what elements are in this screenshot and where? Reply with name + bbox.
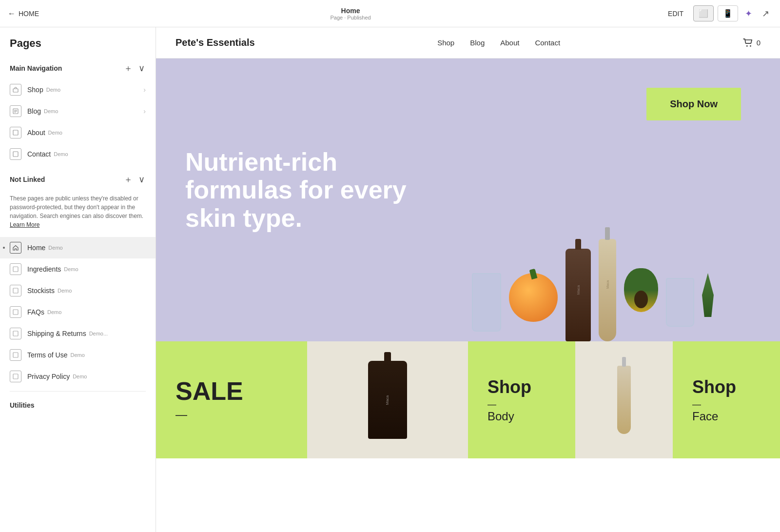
nav-item-faqs[interactable]: FAQs Demo [0,301,156,323]
ingredients-item-text: Ingredients Demo [27,265,146,273]
privacy-item-text: Privacy Policy Demo [27,373,146,380]
ingredients-page-icon [10,263,21,275]
shop-face-title: Shop [692,377,760,397]
utilities-label: Utilities [0,395,156,415]
learn-more-link[interactable]: Learn More [10,221,39,228]
shop-item-arrow: › [143,86,146,94]
hero-product-scene: Maca Maca [406,59,780,341]
blog-item-arrow: › [143,107,146,115]
shop-body-dash: — [488,399,556,410]
top-bar-right: EDIT ⬜ 📱 ✦ ↗ [662,5,772,22]
page-status: Page · Published [330,15,370,20]
mobile-view-button[interactable]: 📱 [718,5,738,21]
top-bar: ← HOME Home Page · Published EDIT ⬜ 📱 ✦ … [0,0,780,27]
avocado-pit [634,291,648,308]
svg-rect-7 [13,267,18,272]
ingredients-item-badge: Demo [64,266,78,272]
terms-item-text: Terms of Use Demo [27,351,146,359]
herb-sprig [702,273,714,317]
svg-rect-9 [13,310,18,315]
nav-item-shop[interactable]: Shop Demo › [0,79,156,100]
svg-point-14 [750,45,751,46]
add-not-linked-button[interactable]: ＋ [123,173,134,186]
nav-item-shipping[interactable]: Shipping & Returns Demo... [0,323,156,344]
nav-item-terms[interactable]: Terms of Use Demo [0,344,156,366]
site-nav-about[interactable]: About [500,39,519,47]
back-button[interactable]: ← HOME [8,9,39,18]
svg-point-13 [746,45,748,46]
product-image-section: Maca [307,341,468,458]
nav-item-privacy[interactable]: Privacy Policy Demo [0,366,156,387]
shop-face-dash: — [692,399,760,410]
shop-page-icon [10,84,21,96]
ingredients-item-name: Ingredients [27,265,61,273]
sidebar-pages-title: Pages [10,37,146,50]
blog-item-text: Blog Demo [27,107,137,115]
external-link-button[interactable]: ↗ [759,5,772,22]
home-item-badge: Demo [48,245,62,251]
dropper-tip [605,227,610,240]
dropper-product [617,366,631,434]
palette-button[interactable]: ✦ [742,5,755,22]
nav-item-about[interactable]: About Demo [0,122,156,143]
main-nav-header: Main Navigation ＋ ∨ [0,54,156,79]
contact-item-name: Contact [27,150,51,158]
bottom-sections: SALE — Maca Shop — Body [156,341,780,458]
edit-button[interactable]: EDIT [662,7,689,20]
desktop-view-button[interactable]: ⬜ [693,5,714,21]
bottle-tall: Maca [566,249,591,341]
site-nav-shop[interactable]: Shop [437,39,454,47]
sidebar: Pages Main Navigation ＋ ∨ Shop Demo › [0,27,156,532]
svg-rect-11 [13,353,18,357]
nav-item-blog[interactable]: Blog Demo › [0,100,156,122]
site-nav: Pete's Essentials Shop Blog About Contac… [156,27,780,59]
shop-item-name: Shop [27,86,43,94]
shop-body-title: Shop [488,377,556,397]
faqs-item-badge: Demo [47,309,61,315]
stockists-item-name: Stockists [27,287,55,295]
faqs-item-text: FAQs Demo [27,308,146,316]
shop-face-subtitle: Face [692,410,760,423]
collapse-main-nav-button[interactable]: ∨ [137,62,146,75]
site-nav-contact[interactable]: Contact [535,39,560,47]
top-bar-center: Home Page · Published [330,7,370,20]
svg-rect-6 [13,152,18,157]
nav-item-contact[interactable]: Contact Demo [0,143,156,165]
nav-item-stockists[interactable]: Stockists Demo [0,280,156,301]
terms-page-icon [10,349,21,361]
faqs-item-name: FAQs [27,308,44,316]
shop-body-subtitle: Body [488,410,556,423]
not-linked-info: These pages are public unless they're di… [0,190,156,237]
back-arrow-icon: ← [8,9,16,18]
add-main-nav-button[interactable]: ＋ [123,61,134,75]
site-nav-blog[interactable]: Blog [470,39,485,47]
blog-page-icon [10,105,21,117]
main-nav-actions: ＋ ∨ [123,61,146,75]
svg-rect-10 [13,331,18,336]
faqs-page-icon [10,306,21,318]
about-page-icon [10,127,21,138]
about-item-badge: Demo [48,130,62,136]
blog-item-badge: Demo [44,108,58,114]
not-linked-title: Not Linked [10,176,45,183]
nav-item-home[interactable]: Home Demo [0,237,156,258]
site-cart[interactable]: 0 [743,39,760,47]
sale-section: SALE — [156,341,307,458]
contact-item-text: Contact Demo [27,150,146,158]
bottle-label: Maca [576,277,581,303]
not-linked-description: These pages are public unless they're di… [10,195,143,219]
stockists-item-text: Stockists Demo [27,287,146,295]
product-dropper-section [575,341,673,458]
glass-cup-1 [472,273,501,332]
contact-item-badge: Demo [54,151,68,157]
home-page-icon [10,242,21,254]
svg-rect-5 [13,130,18,135]
mobile-icon: 📱 [723,9,733,18]
blog-item-name: Blog [27,107,41,115]
nav-item-ingredients[interactable]: Ingredients Demo [0,258,156,280]
hero-text: Nutrient-rich formulas for every skin ty… [185,148,439,252]
stockists-item-badge: Demo [58,288,72,294]
collapse-not-linked-button[interactable]: ∨ [137,173,146,186]
svg-rect-0 [13,89,18,92]
not-linked-actions: ＋ ∨ [123,173,146,186]
